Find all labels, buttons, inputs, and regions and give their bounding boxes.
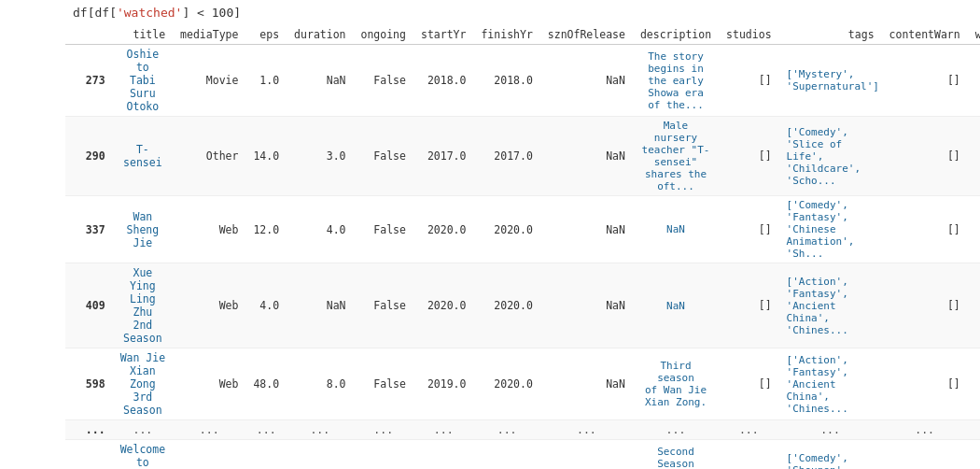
col-finishyr: finishYr [473,25,539,45]
cell-studios: [] [719,440,778,470]
cell-sznofrelease: NaN [540,117,633,196]
cell-code: df[df['watched'] < 100] [73,6,241,20]
cell-mediatype: Web [173,348,245,420]
cell-description: NaN [633,196,719,263]
col-eps: eps [245,25,287,45]
table-row: 337Wan Sheng JieWeb12.04.0False2020.0202… [65,196,980,263]
cell-finishyr: 2017.0 [473,117,539,196]
cell-mediatype: TV [173,440,245,470]
cell-ongoing: False [354,348,413,420]
cell-tags: ['Action', 'Fantasy', 'Ancient China', '… [779,348,882,420]
cell-input: df[df['watched'] < 100] [0,4,980,21]
cell-startyr: 2020.0 [413,263,473,348]
cell-startyr: ... [413,420,473,440]
col-title: title [113,25,173,45]
cell-tags: ['Comedy', 'Slice of Life', 'Childcare',… [779,117,882,196]
dataframe-container: title mediaType eps duration ongoing sta… [0,25,980,469]
cell-studios: [] [719,196,778,263]
cell-sznofrelease: NaN [540,263,633,348]
table-row: 273Oshie to Tabi Suru OtokoMovie1.0NaNFa… [65,45,980,117]
cell-eps: 48.0 [245,348,287,420]
cell-duration: NaN [287,440,353,470]
cell-mediatype: Other [173,117,245,196]
cell-eps: 12.0 [245,196,287,263]
cell-sznofrelease: ... [540,420,633,440]
cell-title: ... [113,420,173,440]
cell-index: 409 [65,263,113,348]
cell-finishyr: ... [473,420,539,440]
cell-duration: 4.0 [287,196,353,263]
cell-description: ... [633,420,719,440]
col-studios: studios [719,25,778,45]
cell-sznofrelease: NaN [540,348,633,420]
cell-title: T-sensei [113,117,173,196]
table-row: 14573Welcome to Demon School, Iruma-kun … [65,440,980,470]
cell-contentwarn: [] [882,45,968,117]
cell-index: 273 [65,45,113,117]
cell-duration: NaN [287,263,353,348]
cell-studios: ... [719,420,778,440]
cell-watched: 23.0 [968,263,980,348]
cell-sznofrelease: NaN [540,196,633,263]
cell-studios: [] [719,263,778,348]
cell-title: Wan Jie Xian Zong 3rd Season [113,348,173,420]
table-row: ........................................… [65,420,980,440]
col-tags: tags [779,25,882,45]
cell-index: ... [65,420,113,440]
cell-watched: 18.0 [968,117,980,196]
cell-description: The story begins in the early Showa era … [633,45,719,117]
col-duration: duration [287,25,353,45]
cell-eps: 14.0 [245,117,287,196]
input-label [7,6,73,7]
cell-ongoing: False [354,440,413,470]
cell-watched: ... [968,420,980,440]
cell-ongoing: ... [354,420,413,440]
cell-watched: 38.0 [968,348,980,420]
cell-duration: 8.0 [287,348,353,420]
cell-sznofrelease: NaN [540,440,633,470]
cell-mediatype: Movie [173,45,245,117]
table-row: 290T-senseiOther14.03.0False2017.02017.0… [65,117,980,196]
col-mediatype: mediaType [173,25,245,45]
cell-watched: 0.0 [968,440,980,470]
dataframe: title mediaType eps duration ongoing sta… [65,25,980,469]
cell-index: 598 [65,348,113,420]
cell-finishyr: 2018.0 [473,45,539,117]
cell-sznofrelease: NaN [540,45,633,117]
col-ongoing: ongoing [354,25,413,45]
cell-studios: [] [719,348,778,420]
cell-description: NaN [633,263,719,348]
table-row: 598Wan Jie Xian Zong 3rd SeasonWeb48.08.… [65,348,980,420]
cell-index: 337 [65,196,113,263]
notebook-cell: df[df['watched'] < 100] title mediaType … [0,0,980,469]
cell-contentwarn: [] [882,263,968,348]
cell-tags: ['Comedy', 'Fantasy', 'Chinese Animation… [779,196,882,263]
cell-finishyr: 2020.0 [473,348,539,420]
cell-ongoing: False [354,117,413,196]
cell-ongoing: False [354,196,413,263]
cell-contentwarn: [] [882,117,968,196]
cell-duration: NaN [287,45,353,117]
cell-tags: ['Comedy', 'Shounen', 'Demons', 'Monster… [779,440,882,470]
cell-index: 290 [65,117,113,196]
cell-startyr: 2018.0 [413,45,473,117]
cell-studios: [] [719,45,778,117]
cell-finishyr: 2021.0 [473,440,539,470]
cell-startyr: 2019.0 [413,348,473,420]
cell-title: Xue Ying Ling Zhu 2nd Season [113,263,173,348]
cell-studios: [] [719,117,778,196]
cell-eps: 4.0 [245,263,287,348]
col-watched: watched [968,25,980,45]
cell-duration: 3.0 [287,117,353,196]
cell-description: Male nursery teacher "T- sensei" shares … [633,117,719,196]
cell-contentwarn: [] [882,440,968,470]
cell-eps: NaN [245,440,287,470]
cell-ongoing: False [354,263,413,348]
cell-contentwarn: [] [882,196,968,263]
cell-startyr: 2017.0 [413,117,473,196]
col-startyr: startYr [413,25,473,45]
cell-startyr: 2020.0 [413,196,473,263]
cell-index: 14573 [65,440,113,470]
cell-mediatype: Web [173,263,245,348]
cell-mediatype: Web [173,196,245,263]
